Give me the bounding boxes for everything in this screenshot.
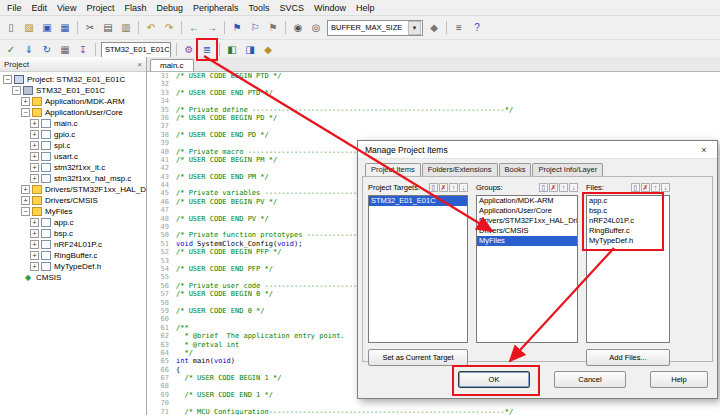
menu-flash[interactable]: Flash [119,2,151,14]
move-up-icon[interactable]: ↑ [559,183,568,192]
navigate-back-icon[interactable]: ← [186,19,203,36]
add-files-button[interactable]: Add Files... [586,349,670,366]
tree-item-application-user-core[interactable]: −Application/User/Core [0,107,146,118]
new-item-icon[interactable]: ▯ [539,183,548,192]
build-icon[interactable]: ⇓ [21,42,38,58]
project-targets-list[interactable]: STM32_E01_E01C [368,195,468,343]
dialog-tab-folders-extensions[interactable]: Folders/Extensions [422,163,498,176]
expand-icon[interactable]: + [30,152,39,161]
menu-debug[interactable]: Debug [151,2,188,14]
delete-icon[interactable]: ✗ [439,183,448,192]
menu-peripherals[interactable]: Peripherals [188,2,244,14]
ok-button[interactable]: OK [458,371,530,388]
find-icon[interactable]: ◉ [290,19,307,36]
tree-item-spi-c[interactable]: +spi.c [0,140,146,151]
collapse-icon[interactable]: − [21,108,30,117]
list-item-drivers-cmsis[interactable]: Drivers/CMSIS [477,226,577,236]
tree-item-gpio-c[interactable]: +gpio.c [0,129,146,140]
list-item-app-c[interactable]: app.c [587,196,669,206]
menu-window[interactable]: Window [309,2,351,14]
search-next-icon[interactable]: ◆ [426,19,443,36]
set-as-current-target-button[interactable]: Set as Current Target [368,349,468,366]
tree-item-usart-c[interactable]: +usart.c [0,151,146,162]
expand-icon[interactable]: + [30,130,39,139]
groups-list[interactable]: Application/MDK-ARMApplication/User/Core… [476,195,578,343]
tree-item-stm32f1xx-it-c[interactable]: +stm32f1xx_it.c [0,162,146,173]
paste-icon[interactable]: ▥ [118,19,135,36]
tab-main-c[interactable]: main.c [150,59,194,71]
menu-svcs[interactable]: SVCS [275,2,310,14]
download-icon[interactable]: ↧ [75,42,92,58]
new-file-icon[interactable]: ▯ [3,19,20,36]
menu-tools[interactable]: Tools [243,2,274,14]
expand-icon[interactable]: + [21,97,30,106]
tree-item-stm32f1xx-hal-msp-c[interactable]: +stm32f1xx_hal_msp.c [0,173,146,184]
move-down-icon[interactable]: ↓ [569,183,578,192]
expand-icon[interactable]: + [30,218,39,227]
list-item-mytypedef-h[interactable]: MyTypeDef.h [587,236,669,246]
tree-item-drivers-stm32f1xx-hal-dri[interactable]: +Drivers/STM32F1xx_HAL_Dri [0,184,146,195]
translate-icon[interactable]: ✓ [3,42,20,58]
target-select-combo[interactable]: STM32_E01_E01C▾ [101,42,171,58]
expand-icon[interactable]: + [30,229,39,238]
tree-item-bsp-c[interactable]: +bsp.c [0,228,146,239]
save-icon[interactable]: ▣ [39,19,56,36]
file-extensions-icon[interactable]: ◆ [260,42,277,58]
options-for-target-icon[interactable]: ⚙ [181,42,198,58]
menu-help[interactable]: Help [351,2,380,14]
tree-item-application-mdk-arm[interactable]: +Application/MDK-ARM [0,96,146,107]
cancel-button[interactable]: Cancel [554,371,626,388]
navigate-forward-icon[interactable]: → [204,19,221,36]
tree-item-drivers-cmsis[interactable]: +Drivers/CMSIS [0,195,146,206]
copy-icon[interactable]: ▤ [100,19,117,36]
previous-bookmark-icon[interactable]: ⚐ [247,19,264,36]
configure-icon[interactable]: ≡ [451,19,468,36]
menu-edit[interactable]: Edit [27,2,53,14]
tree-item-ringbuffer-c[interactable]: +RingBuffer.c [0,250,146,261]
expand-icon[interactable]: + [30,174,39,183]
bookmark-icon[interactable]: ⚑ [229,19,246,36]
expand-icon[interactable]: + [21,196,30,205]
expand-icon[interactable]: + [21,185,30,194]
expand-icon[interactable]: + [30,251,39,260]
tree-item-nrf24l01p-c[interactable]: +nRF24L01P.c [0,239,146,250]
tree-item-main-c[interactable]: +main.c [0,118,146,129]
move-up-icon[interactable]: ↑ [449,183,458,192]
dialog-tab-books[interactable]: Books [499,163,532,176]
help-button[interactable]: Help [650,371,708,388]
delete-icon[interactable]: ✗ [641,183,650,192]
menu-file[interactable]: File [2,2,27,14]
manage-project-items-icon[interactable]: ≣ [199,42,216,58]
manage-rte-icon[interactable]: ◨ [242,42,259,58]
cut-icon[interactable]: ✂ [82,19,99,36]
collapse-icon[interactable]: − [21,207,30,216]
tree-item-project-stm32-e01-e01c[interactable]: −Project: STM32_E01_E01C [0,74,146,85]
tree-item-app-c[interactable]: +app.c [0,217,146,228]
list-item-myfiles[interactable]: MyFiles [477,236,577,246]
batch-build-icon[interactable]: ▦ [57,42,74,58]
move-up-icon[interactable]: ↑ [651,183,660,192]
list-item-application-mdk-arm[interactable]: Application/MDK-ARM [477,196,577,206]
tree-item-stm32-e01-e01c[interactable]: −STM32_E01_E01C [0,85,146,96]
expand-icon[interactable]: + [30,163,39,172]
menu-project[interactable]: Project [81,2,119,14]
tree-item-cmsis[interactable]: ◆CMSIS [0,272,146,283]
list-item-drivers-stm32f1xx-hal-driver[interactable]: Drivers/STM32F1xx_HAL_Driver [477,216,577,226]
expand-icon[interactable]: + [30,240,39,249]
delete-icon[interactable]: ✗ [549,183,558,192]
move-down-icon[interactable]: ↓ [661,183,670,192]
tree-item-myfiles[interactable]: −MyFiles [0,206,146,217]
dialog-close-icon[interactable]: × [691,145,717,155]
collapse-icon[interactable]: − [3,75,12,84]
close-icon[interactable]: × [137,60,142,69]
expand-icon[interactable]: + [30,262,39,271]
menu-view[interactable]: View [52,2,81,14]
dialog-tab-project-info-layer[interactable]: Project Info/Layer [532,163,603,176]
redo-icon[interactable]: ↷ [161,19,178,36]
new-item-icon[interactable]: ▯ [631,183,640,192]
list-item-bsp-c[interactable]: bsp.c [587,206,669,216]
list-item-stm32-e01-e01c[interactable]: STM32_E01_E01C [369,196,467,206]
help-icon[interactable]: ? [469,19,486,36]
symbol-search-combo[interactable]: BUFFER_MAX_SIZE▾ [327,20,423,36]
undo-icon[interactable]: ↶ [143,19,160,36]
